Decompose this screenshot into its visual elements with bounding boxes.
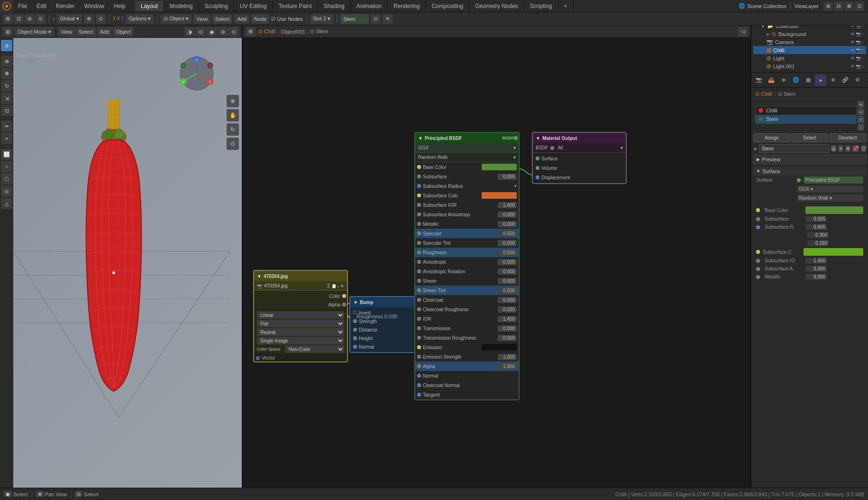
subsurface-radius-socket[interactable] [417, 184, 421, 188]
subsurface-aniso-socket[interactable] [417, 213, 421, 216]
top-right-btn2[interactable]: ⊟ [834, 1, 843, 11]
ssio-surface-row[interactable]: Subsurface IO 1.400 [753, 257, 866, 265]
global-btn[interactable]: Global ▾ [57, 14, 82, 24]
mat-move-down-btn[interactable]: ↓ [858, 124, 864, 130]
prop-icon-world[interactable]: 🌐 [790, 74, 802, 86]
tab-modeling[interactable]: Modeling [164, 1, 199, 11]
prop-icon-material[interactable]: ● [815, 74, 826, 86]
bsdf-input-socket[interactable] [550, 146, 554, 150]
metallic-surface-socket[interactable] [756, 275, 760, 279]
strength-input[interactable] [353, 319, 357, 323]
base-color-row[interactable]: Base Color [415, 162, 519, 172]
distance-input[interactable] [353, 328, 357, 332]
vp-view-btn[interactable]: View [58, 27, 75, 37]
emission-row[interactable]: Emission [415, 343, 519, 352]
tree-background[interactable]: ▶ ◎ Background 👁 📷 ○ [753, 30, 866, 38]
viewport-mode-selector[interactable]: Object Mode ▾ [15, 27, 54, 37]
menu-help[interactable]: Help [109, 1, 130, 11]
repeat-select[interactable]: Repeat [257, 328, 344, 336]
vp-shading-rendered[interactable]: ◉ [207, 27, 217, 37]
mat-pin-btn[interactable]: 📌 [852, 145, 859, 152]
roughness-socket[interactable] [417, 250, 421, 254]
tab-rendering[interactable]: Rendering [388, 1, 426, 11]
ssa-surface-socket[interactable] [756, 267, 760, 271]
shader-browse-btn[interactable]: ⊙ [371, 14, 381, 24]
source-select[interactable]: Single Image [257, 337, 344, 344]
subsurface-ior-socket[interactable] [417, 203, 421, 207]
clearcoat-roughness-row[interactable]: Clearcoat Roughness 0.030 [415, 305, 519, 314]
sheen-tint-socket[interactable] [417, 288, 421, 292]
clearcoat-roughness-socket[interactable] [417, 307, 421, 311]
subsurface-surface-row[interactable]: Subsurface 0.005 [753, 215, 866, 223]
tree-camera[interactable]: 📷 Camera 👁 📷 ○ [753, 38, 866, 46]
preview-header[interactable]: ▶ Preview [754, 155, 866, 164]
transmission-roughness-row[interactable]: Transmission Roughness 0.000 [415, 333, 519, 343]
ssr-surface-row[interactable]: Subsurface R. 0.600 [753, 223, 866, 231]
chilli-cam[interactable]: 📷 [856, 48, 861, 53]
options-btn[interactable]: Options ▾ [126, 14, 154, 24]
vp-object-btn[interactable]: Object [113, 27, 134, 37]
tangent-row[interactable]: Tangent [415, 390, 519, 399]
ggx-surface-value[interactable]: GGX ▾ [797, 185, 863, 193]
snap-btn[interactable]: ⊕ [84, 14, 94, 24]
prop-icon-modifier[interactable]: ⚙ [852, 74, 863, 86]
ssio-surface-value[interactable]: 1.400 [805, 258, 827, 264]
metallic-row[interactable]: Metallic 0.000 [415, 219, 519, 229]
specular-row[interactable]: Specular 0.500 [415, 229, 519, 238]
bc-surface-swatch[interactable] [805, 206, 863, 214]
surface-header[interactable]: ▼ Surface [753, 167, 866, 176]
image-texture-node[interactable]: ▼ 470354.jpg 📷 470354.jpg 2 📋 ↓ ✕ Color … [253, 270, 348, 362]
viewport-content[interactable]: User Perspective (1) Chilli Z X Y [0, 38, 242, 488]
ssio-surface-socket[interactable] [756, 259, 760, 263]
tree-light[interactable]: ◎ Light 👁 📷 ○ [753, 54, 866, 62]
output-color-socket[interactable] [342, 294, 346, 298]
clearcoat-normal-row[interactable]: Clearcoat Normal [415, 380, 519, 390]
tool-add-circle[interactable]: ○ [1, 161, 12, 172]
bc-surface-socket[interactable] [756, 208, 760, 212]
img-btn2[interactable]: ↓ [338, 284, 340, 288]
ssa-surface-value[interactable]: 0.000 [805, 266, 827, 272]
tool-annotate[interactable]: ✏ [1, 120, 12, 132]
breadcrumb-item-2[interactable]: ⊙ Stem [310, 28, 328, 35]
tool-scale[interactable]: ⇲ [1, 93, 12, 104]
tool-add-cube[interactable]: ⬜ [1, 148, 12, 160]
mat-item-chilli[interactable]: Chilli [756, 106, 856, 115]
principled-ggx-dropdown[interactable]: GGX ▾ [415, 143, 519, 153]
light-cam[interactable]: 📷 [856, 56, 861, 61]
menu-window[interactable]: Window [79, 1, 109, 11]
tab-texture-paint[interactable]: Texture Paint [273, 1, 318, 11]
subsurface-color-socket[interactable] [417, 194, 421, 197]
mat-filter-btn[interactable]: ▽ [861, 145, 866, 152]
mat-item-stem[interactable]: Stem [756, 115, 856, 123]
colorspace-row[interactable]: Color Space Non-Color [254, 345, 347, 353]
tool-cursor[interactable]: ⊕ [1, 56, 12, 67]
vp-shading-solid[interactable]: ◑ [184, 27, 195, 37]
base-color-socket[interactable] [417, 165, 421, 169]
volume-input-socket[interactable] [536, 166, 539, 170]
bg-render[interactable]: ○ [862, 32, 864, 37]
metallic-surface-row[interactable]: Metallic 0.000 [753, 273, 866, 281]
orbit-tool[interactable]: ↻ [227, 123, 239, 136]
tool-add-cone[interactable]: △ [1, 198, 12, 209]
principled-bsdf-node[interactable]: ▼ Principled BSDF BSDF GGX ▾ Random Walk… [414, 132, 520, 400]
bg-cam[interactable]: 📷 [856, 32, 861, 37]
ssr3-surface-row[interactable]: 0.160 [753, 239, 866, 247]
anisotropic-rot-row[interactable]: Anisotropic Rotation 0.000 [415, 267, 519, 276]
surface-shader-row[interactable]: Surface Principled BSDF [753, 176, 866, 185]
tab-compositing[interactable]: Compositing [426, 1, 469, 11]
tab-sculpting[interactable]: Sculpting [199, 1, 234, 11]
shader-object-btn[interactable]: ⊙ Object ▾ [161, 14, 192, 24]
axis-gizmo[interactable]: Z X Y X Y [178, 55, 216, 93]
mat-unlink-btn[interactable]: ✕ [845, 145, 850, 152]
matout-type-dropdown[interactable]: BSDF All ▾ [533, 143, 626, 153]
tool-measure[interactable]: ⌖ [1, 133, 12, 144]
breadcrumb-item-0[interactable]: ⊙ Chilli [258, 28, 275, 35]
height-input[interactable] [353, 336, 357, 340]
viewport-mode-icon[interactable]: ⊞ [3, 14, 13, 24]
sheen-socket[interactable] [417, 279, 421, 283]
transmission-roughness-socket[interactable] [417, 336, 421, 340]
chilli-render[interactable]: ○ [862, 48, 864, 53]
anisotropic-socket[interactable] [417, 260, 421, 264]
specular-tint-row[interactable]: Specular Tint 0.000 [415, 238, 519, 248]
tool-rotate[interactable]: ↻ [1, 80, 12, 92]
